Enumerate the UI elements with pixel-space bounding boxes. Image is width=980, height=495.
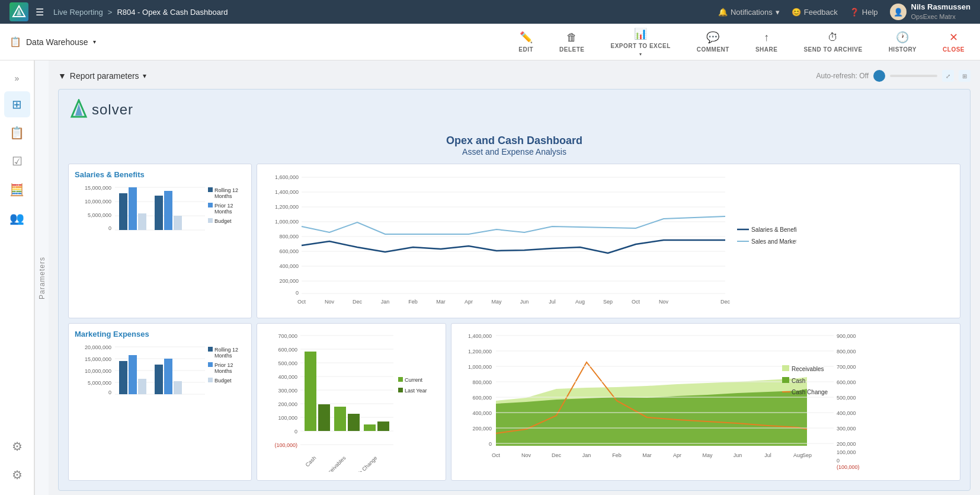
svg-text:100,000: 100,000 (837, 449, 856, 455)
svg-text:700,000: 700,000 (837, 364, 856, 370)
feedback-button[interactable]: 😊 Feedback (792, 8, 838, 17)
svg-rect-110 (377, 421, 389, 431)
svg-rect-85 (208, 378, 213, 382)
top-navigation: ☰ Live Reporting > R804 - Opex & Cash Da… (0, 0, 980, 24)
sidebar-item-data[interactable]: 🧮 (4, 177, 30, 203)
svg-rect-12 (119, 193, 127, 230)
svg-text:Cash: Cash (792, 378, 805, 384)
auto-refresh-toggle[interactable] (873, 70, 885, 82)
settings-icon: ⚙ (12, 468, 23, 482)
svg-rect-76 (155, 365, 163, 394)
svg-text:Mar: Mar (642, 452, 652, 458)
notifications-button[interactable]: 🔔 Notifications ▾ (718, 8, 780, 17)
svg-text:Rolling 12: Rolling 12 (214, 187, 238, 193)
svg-rect-14 (138, 213, 146, 230)
integrations-icon: ⚙ (12, 439, 23, 454)
sidebar-item-integrations[interactable]: ⚙ (4, 433, 30, 459)
svg-text:800,000: 800,000 (837, 349, 856, 355)
svg-text:Nov: Nov (521, 452, 531, 458)
history-button[interactable]: 🕐 HISTORY (883, 27, 923, 56)
marketing-bar-chart: 20,000,000 15,000,000 10,000,000 5,000,0… (75, 342, 252, 419)
archive-icon: ⏱ (828, 31, 838, 44)
salaries-chart-card: Salaries & Benefits 15,000,000 10,000,00… (68, 164, 252, 318)
svg-text:Dec: Dec (720, 299, 731, 305)
svg-text:Aug: Aug (575, 299, 585, 305)
parameters-panel[interactable]: home Parameters (34, 60, 49, 495)
svg-text:Cash Change: Cash Change (351, 455, 378, 472)
left-sidebar: » ⊞ 📋 ☑ 🧮 👥 ⚙ ⚙ (0, 60, 34, 495)
area-chart-card: 1,400,000 1,200,000 1,000,000 800,000 60… (451, 323, 960, 481)
svg-text:0: 0 (108, 389, 111, 395)
svg-rect-17 (174, 216, 182, 230)
svg-text:(100,000): (100,000) (837, 464, 860, 470)
svg-rect-74 (129, 355, 137, 394)
report-parameters-button[interactable]: ▼ Report parameters ▾ (58, 71, 146, 81)
svg-text:Feb: Feb (408, 299, 418, 305)
svg-text:Current: Current (405, 377, 423, 383)
svg-text:500,000: 500,000 (837, 395, 856, 401)
data-warehouse-button[interactable]: 📋 Data Warehouse ▾ (9, 36, 96, 47)
svg-text:May: May (702, 452, 713, 458)
svg-text:1,400,000: 1,400,000 (275, 189, 299, 195)
charts-grid: Salaries & Benefits 15,000,000 10,000,00… (68, 164, 960, 481)
feedback-icon: 😊 (792, 8, 801, 17)
svg-rect-82 (208, 362, 213, 367)
svg-rect-77 (164, 359, 172, 394)
svg-text:Jun: Jun (520, 299, 529, 305)
svg-rect-15 (155, 196, 163, 230)
edit-button[interactable]: ✏️ EDIT (513, 27, 539, 56)
export-icon: 📊 (634, 27, 647, 40)
archive-button[interactable]: ⏱ SEND TO ARCHIVE (798, 28, 868, 56)
refresh-slider[interactable] (890, 75, 937, 77)
help-button[interactable]: ❓ Help (850, 8, 878, 17)
sidebar-item-home[interactable]: ⊞ (4, 91, 30, 117)
cash-area-chart: 1,400,000 1,200,000 1,000,000 800,000 60… (457, 330, 872, 472)
auto-refresh-control: Auto-refresh: Off ⤢ ⊞ (816, 70, 971, 82)
svg-text:15,000,000: 15,000,000 (85, 356, 111, 362)
help-icon: ❓ (850, 8, 859, 17)
svg-rect-78 (174, 381, 182, 394)
svg-text:200,000: 200,000 (278, 401, 297, 407)
svg-text:Prior 12: Prior 12 (214, 203, 233, 209)
svg-text:Cash: Cash (305, 455, 318, 468)
svg-text:Dec: Dec (353, 299, 363, 305)
svg-text:1,400,000: 1,400,000 (468, 333, 492, 339)
svg-rect-18 (208, 187, 213, 192)
report-header: ▼ Report parameters ▾ Auto-refresh: Off … (58, 70, 971, 82)
svg-rect-109 (364, 424, 376, 431)
svg-text:600,000: 600,000 (472, 395, 492, 401)
svg-text:Months: Months (214, 209, 232, 215)
share-button[interactable]: ↑ SHARE (750, 28, 784, 56)
main-content: ▼ Report parameters ▾ Auto-refresh: Off … (49, 60, 980, 495)
fullscreen-icon[interactable]: ⤢ (942, 70, 954, 82)
comment-icon: 💬 (706, 31, 719, 44)
svg-text:400,000: 400,000 (278, 374, 297, 380)
export-button[interactable]: 📊 EXPORT TO EXCEL ▾ (605, 24, 677, 60)
menu-icon[interactable]: ☰ (36, 7, 44, 18)
svg-text:100,000: 100,000 (278, 415, 297, 421)
close-button[interactable]: ✕ CLOSE (937, 27, 971, 56)
collapse-button[interactable]: » (7, 68, 28, 89)
svg-text:Jun: Jun (734, 452, 742, 458)
svg-rect-106 (318, 404, 330, 431)
comment-button[interactable]: 💬 COMMENT (691, 27, 735, 56)
grid-icon[interactable]: ⊞ (959, 70, 971, 82)
breadcrumb-parent[interactable]: Live Reporting (53, 8, 103, 17)
sidebar-item-settings[interactable]: ⚙ (4, 462, 30, 488)
top-right-actions: 🔔 Notifications ▾ 😊 Feedback ❓ Help 👤 Ni… (718, 2, 971, 21)
svg-text:1,200,000: 1,200,000 (468, 349, 492, 355)
svg-text:Jul: Jul (764, 452, 771, 458)
svg-text:Months: Months (214, 193, 232, 199)
delete-button[interactable]: 🗑 DELETE (553, 28, 590, 56)
svg-text:Sep: Sep (603, 299, 613, 305)
svg-text:Nov: Nov (659, 299, 669, 305)
svg-text:1,200,000: 1,200,000 (275, 204, 299, 210)
svg-text:Oct: Oct (632, 299, 640, 305)
svg-text:400,000: 400,000 (472, 410, 492, 416)
sidebar-item-reports[interactable]: 📋 (4, 120, 30, 146)
sidebar-item-users[interactable]: 👥 (4, 205, 30, 231)
user-profile[interactable]: 👤 Nils Rasmussen OpsExec Matrx (890, 2, 971, 21)
svg-text:800,000: 800,000 (472, 379, 492, 385)
salaries-bar-chart: 15,000,000 10,000,000 5,000,000 0 (75, 183, 252, 260)
sidebar-item-tasks[interactable]: ☑ (4, 148, 30, 174)
